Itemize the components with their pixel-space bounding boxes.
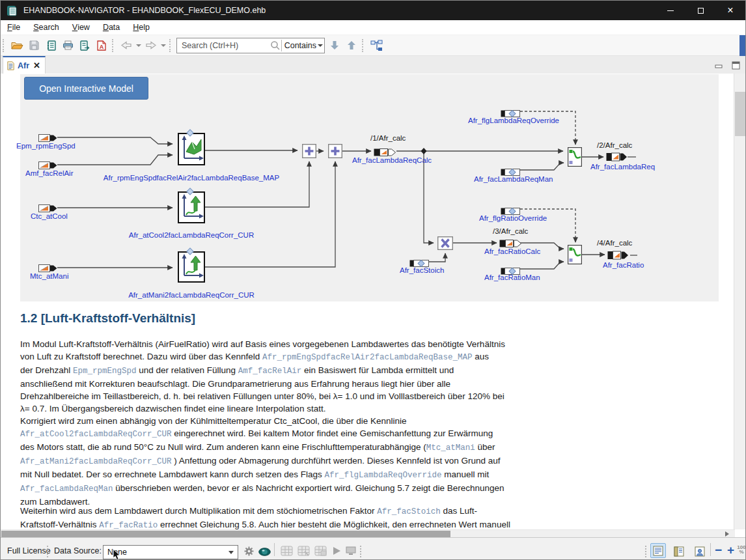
diagram-label-map-base[interactable]: Afr_rpmEngSpdfacRelAir2facLambdaReqBase_… — [94, 174, 289, 182]
menu-view[interactable]: View — [66, 20, 96, 35]
diagram-tag-1: /1/Afr_calc — [370, 134, 406, 142]
paragraph-3: Weiterhin wird aus dem Lambdawert durch … — [20, 505, 593, 529]
diagram-tag-2: /2/Afr_calc — [597, 141, 632, 149]
menu-file[interactable]: File — [1, 20, 27, 35]
forward-button[interactable] — [143, 37, 159, 54]
maximize-view-button[interactable] — [732, 61, 740, 72]
sum-block-1[interactable] — [302, 144, 316, 161]
horizontal-scrollbar[interactable] — [1, 529, 735, 537]
data-source-eye-icon — [258, 548, 271, 556]
data-source-dropdown[interactable]: None — [103, 545, 238, 559]
view-mode-split-button[interactable] — [671, 544, 687, 559]
search-box: Contains — [176, 38, 325, 53]
search-mode-caret[interactable] — [318, 44, 323, 47]
diagram-label-faclambdareqcalc[interactable]: Afr_facLambdaReqCalc — [352, 156, 432, 164]
open-interactive-model-button[interactable]: Open Interactive Model — [24, 77, 148, 100]
maximize-icon — [698, 8, 704, 14]
calibration-grid-icon — [297, 546, 310, 556]
export-pdf-button[interactable]: A — [94, 37, 109, 54]
cur-block-atmani[interactable] — [178, 251, 205, 285]
diagram-label-faclambdareq[interactable]: Afr_facLambdaReq — [590, 163, 655, 171]
diagram-label-ctc-atcool[interactable]: Ctc_atCool — [31, 212, 68, 220]
toolbar-grip — [169, 39, 173, 52]
diagram-label-faclambdareqman[interactable]: Afr_facLambdaReqMan — [474, 175, 553, 183]
play-icon — [333, 546, 341, 555]
diagram-label-facratio[interactable]: Afr_facRatio — [603, 261, 644, 269]
menu-help[interactable]: Help — [126, 20, 156, 35]
restore-panel-strip[interactable] — [739, 35, 745, 56]
link-with-structure-button[interactable] — [368, 37, 384, 54]
diagram-label-facstoich[interactable]: Afr_facStoich — [400, 266, 444, 274]
search-next-button[interactable] — [327, 37, 342, 54]
back-arrow-icon — [120, 41, 132, 49]
search-mode-dropdown[interactable]: Contains — [284, 41, 316, 50]
dropdown-caret-icon — [228, 551, 234, 554]
menu-search[interactable]: Search — [27, 20, 66, 35]
ehandbook-icon — [46, 40, 56, 51]
maximize-button[interactable] — [685, 1, 715, 20]
switch-block-lambda[interactable] — [568, 147, 582, 169]
zoom-in-button[interactable]: + — [727, 544, 734, 556]
search-input[interactable] — [177, 41, 270, 50]
calibration-cur-button[interactable] — [314, 546, 327, 559]
scroll-right-icon[interactable] — [725, 531, 729, 537]
split-view-icon — [674, 546, 684, 557]
statusbar-grip — [47, 546, 49, 557]
open-ehandbook-button[interactable] — [43, 37, 59, 54]
map-block-base[interactable] — [178, 133, 205, 168]
tab-close-icon[interactable]: ✕ — [33, 62, 40, 70]
paragraph-2: Korrigiert wird zum einen abhängig von d… — [20, 415, 593, 508]
vertical-scrollbar[interactable] — [734, 74, 745, 529]
calibration-kp-button[interactable] — [281, 546, 293, 559]
export-button[interactable] — [77, 37, 92, 54]
back-history-caret[interactable] — [136, 44, 141, 47]
view-mode-presenter-button[interactable] — [692, 544, 708, 559]
vertical-scrollbar-thumb[interactable] — [735, 92, 745, 136]
print-button[interactable] — [60, 37, 76, 54]
run-button[interactable] — [333, 546, 341, 558]
diagram-label-facratioman[interactable]: Afr_facRatioMan — [484, 273, 540, 281]
diagram-label-epm-rpmengspd[interactable]: Epm_rpmEngSpd — [16, 142, 76, 150]
switch-block-ratio[interactable] — [568, 245, 582, 267]
minimize-view-button[interactable] — [715, 61, 723, 72]
menu-data[interactable]: Data — [96, 20, 126, 35]
horizontal-scrollbar-thumb[interactable] — [1, 531, 450, 537]
zoom-out-button[interactable]: − — [715, 544, 722, 556]
maximize-view-icon — [732, 61, 740, 70]
search-prev-button[interactable] — [344, 37, 359, 54]
data-source-connect-button[interactable] — [258, 547, 271, 559]
diagram-label-flglambdareqoverride[interactable]: Afr_flgLambdaReqOverride — [468, 117, 559, 124]
diagram-label-amf-facrelair[interactable]: Amf_facRelAir — [25, 169, 74, 177]
diagram-label-flgratiooverride[interactable]: Afr_flgRatioOverride — [479, 214, 547, 222]
arrow-down-icon — [330, 40, 339, 50]
sum-block-2[interactable] — [328, 144, 342, 161]
zoom-reset-button[interactable]: 100% — [737, 545, 746, 554]
multiply-block[interactable] — [437, 236, 453, 253]
gear-icon — [244, 546, 254, 556]
paragraph-1: Im Modul Luft-Kraftstoff-Verhältnis (Air… — [20, 338, 593, 415]
save-button[interactable] — [26, 37, 42, 54]
cur-block-atcool[interactable] — [178, 191, 205, 226]
diagram-label-cur-atcool[interactable]: Afr_atCool2facLambdaReqCorr_CUR — [94, 231, 289, 239]
open-file-button[interactable] — [9, 37, 25, 54]
data-source-settings-button[interactable] — [244, 546, 254, 559]
arrow-up-icon — [347, 40, 356, 50]
minimize-button[interactable] — [656, 1, 685, 20]
diagram-label-mtc-atmani[interactable]: Mtc_atMani — [30, 272, 68, 280]
view-mode-page-button[interactable] — [650, 543, 666, 558]
forward-history-caret[interactable] — [161, 44, 166, 47]
close-button[interactable]: × — [715, 1, 745, 20]
menu-bar: File Search View Data Help — [1, 20, 745, 35]
tab-afr[interactable]: Afr ✕ — [3, 56, 46, 74]
tab-label: Afr — [18, 61, 29, 70]
toolbar-grip — [112, 39, 115, 52]
statusbar-separator — [710, 543, 711, 556]
diagram-label-cur-atmani[interactable]: Afr_atMani2facLambdaReqCorr_CUR — [94, 291, 289, 299]
diagram-label-facratiocalc[interactable]: Afr_facRatioCalc — [484, 247, 540, 255]
forward-arrow-icon — [145, 41, 157, 49]
svg-text:A: A — [100, 44, 104, 50]
back-button[interactable] — [118, 37, 134, 54]
save-icon — [29, 40, 39, 50]
display-button[interactable] — [346, 546, 356, 558]
calibration-map-button[interactable] — [297, 546, 310, 559]
